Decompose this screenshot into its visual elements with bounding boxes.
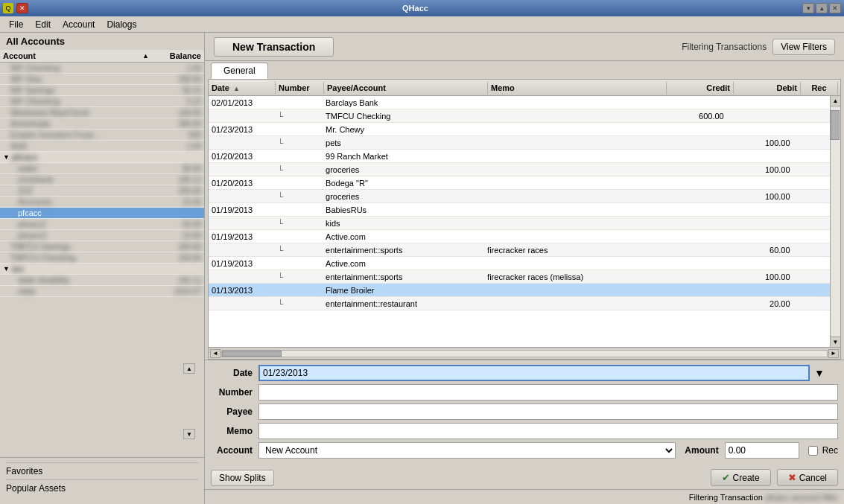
sidebar-popular-assets[interactable]: Popular Assets — [6, 482, 198, 495]
sidebar-scroll-down[interactable]: ▼ — [183, 429, 197, 439]
list-item-group[interactable]: ▼ tax — [0, 264, 204, 275]
date-dropdown-icon[interactable]: ▼ — [814, 367, 825, 379]
action-buttons: ✔ Create ✖ Cancel — [711, 469, 838, 486]
transaction-table: Date ▲ Number Payee/Account Memo Credit … — [208, 79, 841, 360]
create-button[interactable]: ✔ Create — [711, 469, 771, 486]
hscroll-track — [221, 350, 828, 357]
list-item-group[interactable]: ▼ pfcacc — [0, 152, 204, 163]
cancel-label: Cancel — [799, 473, 827, 483]
cell-debit — [727, 236, 793, 237]
table-row[interactable]: └ TMFCU Checking 600.00 — [209, 109, 830, 123]
list-item[interactable]: Empire Investors Fund... 500 — [0, 130, 204, 141]
amount-input[interactable] — [725, 442, 799, 459]
cell-date — [209, 223, 275, 224]
sidebar-scroll-up[interactable]: ▲ — [183, 363, 197, 374]
sidebar-favorites[interactable]: Favorites — [6, 465, 198, 478]
view-filters-button[interactable]: View Filters — [772, 39, 835, 55]
list-item[interactable]: AAA 1.00 — [0, 141, 204, 152]
list-item[interactable]: WF Checking 0.10 — [0, 96, 204, 107]
list-item-selected[interactable]: pfcacc — [0, 208, 204, 219]
list-item[interactable]: WF Visa 200.00 — [0, 74, 204, 85]
table-row[interactable]: 01/19/2013 Active.com — [209, 230, 830, 243]
tab-bar: General — [205, 61, 844, 79]
cell-memo — [484, 303, 661, 304]
table-row[interactable]: 01/20/2013 Bodega "R" — [209, 176, 830, 190]
close-button[interactable]: ✕ — [16, 3, 28, 13]
cell-debit: 100.00 — [727, 165, 793, 175]
cell-memo — [484, 236, 661, 237]
hscroll-thumb[interactable] — [222, 351, 282, 357]
col-balance-header: Balance — [149, 51, 201, 60]
list-item[interactable]: zonebank 105.12 — [0, 174, 204, 185]
list-item[interactable]: pfcacc3 10.00 — [0, 230, 204, 241]
cell-num: └ — [275, 299, 323, 309]
table-row[interactable]: 01/23/2013 Mr. Chewy — [209, 123, 830, 136]
maximize-button[interactable]: ✕ — [829, 3, 841, 13]
table-row[interactable]: └ entertainment::sports firecracker race… — [209, 243, 830, 257]
table-row[interactable]: └ groceries 100.00 — [209, 190, 830, 203]
sidebar-footer: Favorites Popular Assets — [0, 457, 204, 502]
table-row[interactable]: └ entertainment::sports firecracker race… — [209, 270, 830, 284]
table-row[interactable]: └ pets 100.00 — [209, 136, 830, 150]
cell-date — [209, 249, 275, 251]
hscroll-left-button[interactable]: ◄ — [210, 349, 220, 358]
list-item[interactable]: pfcacc2 50.00 — [0, 219, 204, 230]
table-row[interactable]: 01/13/2013 Flame Broiler — [209, 284, 830, 297]
vscroll-up-button[interactable]: ▲ — [831, 96, 840, 106]
list-item[interactable]: TMFCU Checking 150.00 — [0, 252, 204, 264]
menu-edit[interactable]: Edit — [29, 18, 57, 31]
hscroll-right-button[interactable]: ► — [828, 349, 839, 358]
restore-button[interactable]: ▴ — [816, 3, 828, 13]
list-item[interactable]: TMFCU Savings 200.00 — [0, 241, 204, 252]
payee-input[interactable] — [258, 403, 838, 420]
list-item[interactable]: Accounts 15.50 — [0, 197, 204, 208]
show-splits-button[interactable]: Show Splits — [211, 470, 274, 486]
cell-debit: 100.00 — [727, 138, 793, 148]
list-item[interactable]: water 80.00 — [0, 163, 204, 174]
scroll-up-icon[interactable]: ▲ — [183, 363, 195, 374]
cell-date: 01/19/2013 — [209, 232, 275, 242]
vscroll-thumb[interactable] — [831, 110, 840, 140]
cell-debit: 100.00 — [727, 272, 793, 282]
table-row[interactable]: └ entertainment::restaurant 20.00 — [209, 297, 830, 310]
cell-memo — [484, 223, 661, 224]
list-item[interactable]: ZZZ 205.00 — [0, 185, 204, 197]
table-row[interactable]: 01/20/2013 99 Ranch Market — [209, 150, 830, 163]
list-item[interactable]: WF Savings 50.15 — [0, 85, 204, 96]
account-select[interactable]: New Account — [258, 442, 676, 459]
menu-file[interactable]: File — [3, 18, 29, 31]
date-label: Date — [211, 368, 256, 378]
cell-date: 02/01/2013 — [209, 98, 275, 108]
col-number-header: Number — [276, 82, 324, 94]
table-row[interactable]: └ kids — [209, 217, 830, 230]
create-label: Create — [733, 473, 760, 483]
scroll-down-icon[interactable]: ▼ — [183, 429, 195, 439]
cell-memo — [484, 182, 661, 184]
table-row[interactable]: └ groceries 100.00 — [209, 163, 830, 176]
cancel-button[interactable]: ✖ Cancel — [777, 469, 838, 486]
cell-rec — [793, 263, 830, 264]
table-row[interactable]: 01/19/2013 Active.com — [209, 257, 830, 270]
list-item[interactable]: Westwave BiasCheck 100.00 — [0, 107, 204, 118]
menu-dialogs[interactable]: Dialogs — [101, 18, 142, 31]
cell-date: 01/19/2013 — [209, 258, 275, 269]
minimize-button[interactable]: ▾ — [802, 3, 814, 13]
list-item[interactable]: state disability 181.11 — [0, 275, 204, 286]
menu-account[interactable]: Account — [57, 18, 101, 31]
table-row[interactable]: 01/19/2013 BabiesRUs — [209, 203, 830, 217]
number-input[interactable] — [258, 384, 838, 401]
date-input[interactable] — [258, 365, 810, 381]
tab-general[interactable]: General — [211, 63, 268, 79]
cell-memo — [484, 102, 661, 103]
rec-checkbox[interactable] — [808, 446, 818, 456]
new-transaction-button[interactable]: New Transaction — [214, 37, 334, 57]
list-item[interactable]: Ameritrade 300.00 — [0, 118, 204, 130]
cell-debit — [727, 156, 793, 157]
cell-payee: pets — [323, 138, 484, 148]
list-item[interactable]: WF Checking 1.00 — [0, 63, 204, 74]
table-row[interactable]: 02/01/2013 Barclays Bank — [209, 96, 830, 109]
table-header: Date ▲ Number Payee/Account Memo Credit … — [209, 80, 840, 96]
memo-input[interactable] — [258, 423, 838, 439]
vscroll-down-button[interactable]: ▼ — [831, 336, 840, 347]
list-item[interactable]: state 2015.07 — [0, 286, 204, 297]
